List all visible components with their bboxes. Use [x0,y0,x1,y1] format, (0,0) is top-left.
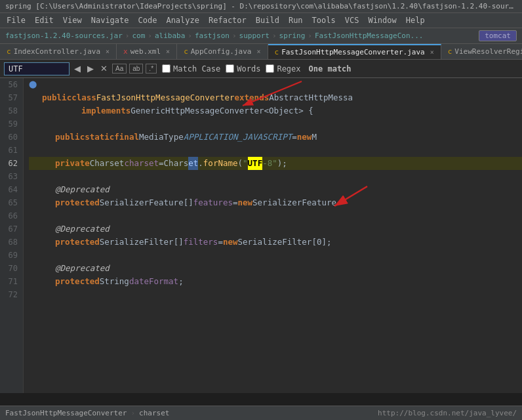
line-59: 59 [5,117,18,131]
code-line-60: public static final MediaType APPLICATIO… [29,131,522,144]
match-case-label: Match Case [173,64,220,74]
breadcrumb-fastjson2[interactable]: fastjson [195,32,230,40]
line-67: 67 [5,222,18,236]
breadcrumb-support[interactable]: support [239,32,270,40]
code-line-61 [29,144,522,157]
code-line-58: implements GenericHttpMessageConverter <… [29,104,522,117]
tab-view-resolver[interactable]: c ViewResolverRegistry.ja... × [441,44,522,59]
search-option2-btn[interactable]: ab [129,64,143,74]
breadcrumb-alibaba[interactable]: alibaba [155,32,185,40]
menu-item-view[interactable]: View [59,14,86,26]
status-bar: FastJsonHttpMessageConverter › charset h… [0,406,522,420]
tab-app-config[interactable]: c AppConfig.java × [177,44,268,59]
title-text: spring [C:\Users\Administrator\IdeaProje… [5,2,522,10]
line-71: 71 [5,275,18,288]
code-line-66 [29,209,522,222]
words-group: Words [226,64,260,74]
status-field: charset [139,409,169,417]
menu-item-help[interactable]: Help [402,14,429,26]
code-line-57: public class FastJsonHttpMessageConverte… [29,91,522,104]
code-area: 56 57 58 59 60 61 62 63 64 65 66 67 68 6… [0,78,522,393]
code-line-56: ⬤ [29,78,522,91]
line-57: 57 [5,91,18,104]
close-tab-1[interactable]: × [106,48,110,55]
code-content[interactable]: ⬤ public class FastJsonHttpMessageConver… [24,78,522,393]
code-line-69 [29,249,522,262]
breadcrumb-spring[interactable]: spring [279,32,306,40]
code-line-65: protected SerializerFeature [] features … [29,196,522,209]
menu-item-analyze[interactable]: Analyze [162,14,203,26]
words-label: Words [237,64,260,74]
code-line-62: private Charset charset = Chars et . for… [29,157,522,170]
code-line-64: @Deprecated [29,183,522,196]
match-count: One match [309,64,351,74]
line-68: 68 [5,236,18,249]
close-tab-3[interactable]: × [256,48,260,55]
menu-item-vcs[interactable]: VCS [341,14,363,26]
search-prev-btn[interactable]: ◀ [72,63,83,74]
code-line-70: @Deprecated [29,262,522,275]
tomcat-badge[interactable]: tomcat [479,30,517,41]
debugger-marker: ⬤ [29,78,42,91]
tab-fast-json[interactable]: c FastJsonHttpMessageConverter.java × [268,44,441,59]
tab-index-controller[interactable]: c IndexController.java × [0,44,117,59]
search-bar: ◀ ▶ ✕ Aa ab .* Match Case Words Regex On… [0,60,522,78]
status-class: FastJsonHttpMessageConverter [5,409,127,417]
search-next-btn[interactable]: ▶ [85,63,96,74]
line-58: 58 [5,104,18,117]
menu-item-file[interactable]: File [3,14,30,26]
line-70: 70 [5,262,18,275]
line-numbers: 56 57 58 59 60 61 62 63 64 65 66 67 68 6… [0,78,24,393]
menu-item-window[interactable]: Window [364,14,400,26]
close-tab-4[interactable]: × [430,49,434,56]
line-64: 64 [5,183,18,196]
close-tab-2[interactable]: × [166,48,170,55]
match-case-checkbox[interactable] [162,64,171,73]
line-72: 72 [5,288,18,301]
breadcrumb-bar: fastjson-1.2.40-sources.jar › com › alib… [0,28,522,44]
line-60: 60 [5,131,18,144]
code-line-72 [29,288,522,301]
menu-item-run[interactable]: Run [285,14,307,26]
search-close-btn[interactable]: ✕ [98,63,110,74]
line-66: 66 [5,209,18,222]
breadcrumb-fastjson[interactable]: fastjson-1.2.40-sources.jar [5,32,123,40]
line-63: 63 [5,170,18,183]
status-url: http://blog.csdn.net/java_lyvee/ [378,409,517,417]
regex-checkbox[interactable] [266,64,274,73]
title-bar: spring [C:\Users\Administrator\IdeaProje… [0,0,522,13]
code-line-68: protected SerializeFilter [] filters = n… [29,236,522,249]
line-65: 65 [5,196,18,209]
menu-bar: FileEditViewNavigateCodeAnalyzeRefactorB… [0,13,522,28]
breadcrumb-com[interactable]: com [132,32,145,40]
code-line-67: @Deprecated [29,222,522,236]
line-69: 69 [5,249,18,262]
line-62: 62 [5,157,18,170]
menu-item-refactor[interactable]: Refactor [205,14,251,26]
tabs-bar: c IndexController.java × x web.xml × c A… [0,44,522,60]
menu-item-tools[interactable]: Tools [308,14,340,26]
regex-label: Regex [277,64,300,74]
menu-item-code[interactable]: Code [134,14,161,26]
menu-item-edit[interactable]: Edit [31,14,58,26]
search-option1-btn[interactable]: Aa [112,64,127,74]
menu-item-build[interactable]: Build [252,14,283,26]
search-input[interactable] [4,62,70,75]
code-line-63 [29,170,522,183]
status-left: FastJsonHttpMessageConverter › charset [5,409,169,417]
tab-web-xml[interactable]: x web.xml × [117,44,177,59]
code-line-59 [29,117,522,131]
code-line-71: protected String dateFormat ; [29,275,522,288]
menu-item-navigate[interactable]: Navigate [87,14,133,26]
line-61: 61 [5,144,18,157]
words-checkbox[interactable] [226,64,234,73]
regex-group: Regex [266,64,300,74]
breadcrumb-converter[interactable]: FastJsonHttpMessageCon... [315,32,424,40]
search-match-highlight: UTF [248,157,263,170]
match-case-group: Match Case [162,64,220,74]
search-option3-btn[interactable]: .* [146,64,157,74]
line-56: 56 [5,78,18,91]
